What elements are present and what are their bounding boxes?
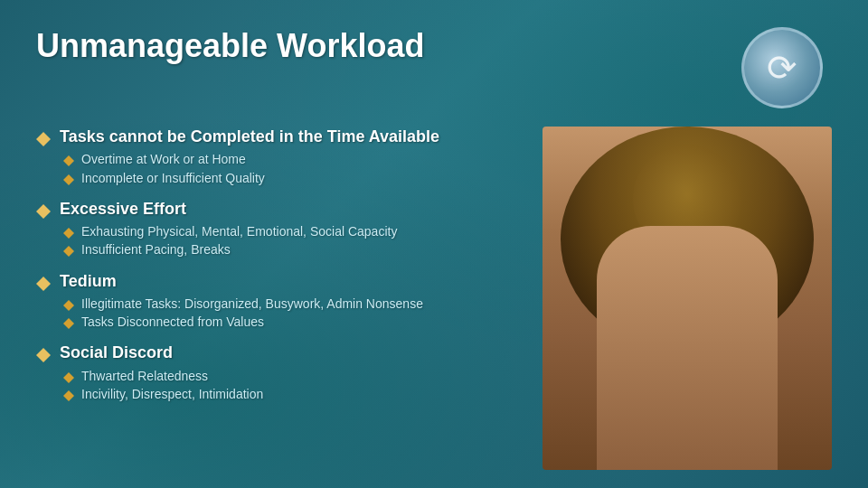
- sub-bullet-4-1: Thwarted Relatedness: [63, 368, 524, 384]
- main-bullet-4: Social Discord: [36, 343, 524, 363]
- sub-diamond-icon-2-2: [63, 246, 74, 251]
- sub-bullet-2-1: Exhausting Physical, Mental, Emotional, …: [63, 223, 524, 239]
- sub-text-4-2: Incivility, Disrespect, Intimidation: [81, 386, 263, 402]
- sub-text-3-1: Illegitimate Tasks: Disorganized, Busywo…: [81, 296, 423, 312]
- sub-text-4-1: Thwarted Relatedness: [81, 368, 208, 384]
- main-text-4: Social Discord: [60, 343, 173, 363]
- sub-text-2-1: Exhausting Physical, Mental, Emotional, …: [81, 223, 397, 239]
- main-bullet-1: Tasks cannot be Completed in the Time Av…: [36, 127, 524, 147]
- diamond-icon-4: [36, 348, 51, 355]
- section-excessive-effort: Excessive Effort Exhausting Physical, Me…: [36, 199, 524, 258]
- sub-text-3-2: Tasks Disconnected from Values: [81, 314, 264, 330]
- sub-bullet-2-2: Insufficient Pacing, Breaks: [63, 241, 524, 258]
- main-text-1: Tasks cannot be Completed in the Time Av…: [60, 127, 439, 147]
- sub-bullet-3-1: Illegitimate Tasks: Disorganized, Busywo…: [63, 296, 524, 312]
- sub-bullet-4-2: Incivility, Disrespect, Intimidation: [63, 386, 524, 402]
- main-text-3: Tedium: [60, 271, 117, 292]
- sub-diamond-icon-2-1: [63, 228, 74, 233]
- sub-diamond-icon-3-2: [63, 318, 74, 324]
- sub-diamond-icon-4-2: [63, 390, 74, 396]
- slide-header: Unmanageable Workload: [36, 27, 832, 108]
- diamond-icon-3: [36, 277, 51, 284]
- section-social-discord: Social Discord Thwarted Relatedness Inci…: [36, 343, 524, 402]
- section-tedium: Tedium Illegitimate Tasks: Disorganized,…: [36, 271, 524, 331]
- sub-diamond-icon-1-2: [63, 174, 74, 180]
- left-panel: Tasks cannot be Completed in the Time Av…: [36, 127, 542, 470]
- slide-title: Unmanageable Workload: [36, 27, 424, 65]
- person-image: [542, 127, 832, 470]
- sub-diamond-icon-1-1: [63, 155, 74, 161]
- logo-area: [741, 27, 832, 108]
- right-panel: [542, 127, 832, 470]
- slide: Unmanageable Workload Tasks cannot be Co…: [0, 0, 868, 488]
- diamond-icon-2: [36, 204, 51, 211]
- slide-content: Tasks cannot be Completed in the Time Av…: [36, 127, 832, 470]
- main-text-2: Excessive Effort: [60, 199, 186, 220]
- sub-text-1-2: Incomplete or Insufficient Quality: [81, 170, 265, 186]
- sub-text-2-2: Insufficient Pacing, Breaks: [81, 241, 231, 258]
- sub-text-1-1: Overtime at Work or at Home: [81, 151, 246, 167]
- logo-icon: [741, 27, 823, 108]
- sub-diamond-icon-3-1: [63, 300, 74, 305]
- sub-bullet-1-2: Incomplete or Insufficient Quality: [63, 170, 524, 186]
- main-bullet-3: Tedium: [36, 271, 524, 292]
- main-bullet-2: Excessive Effort: [36, 199, 524, 220]
- sub-bullet-1-1: Overtime at Work or at Home: [63, 151, 524, 167]
- sub-bullet-3-2: Tasks Disconnected from Values: [63, 314, 524, 330]
- section-tasks-cannot: Tasks cannot be Completed in the Time Av…: [36, 127, 524, 186]
- hair-overlay: [561, 127, 814, 352]
- sub-diamond-icon-4-1: [63, 372, 74, 378]
- diamond-icon-1: [36, 132, 51, 139]
